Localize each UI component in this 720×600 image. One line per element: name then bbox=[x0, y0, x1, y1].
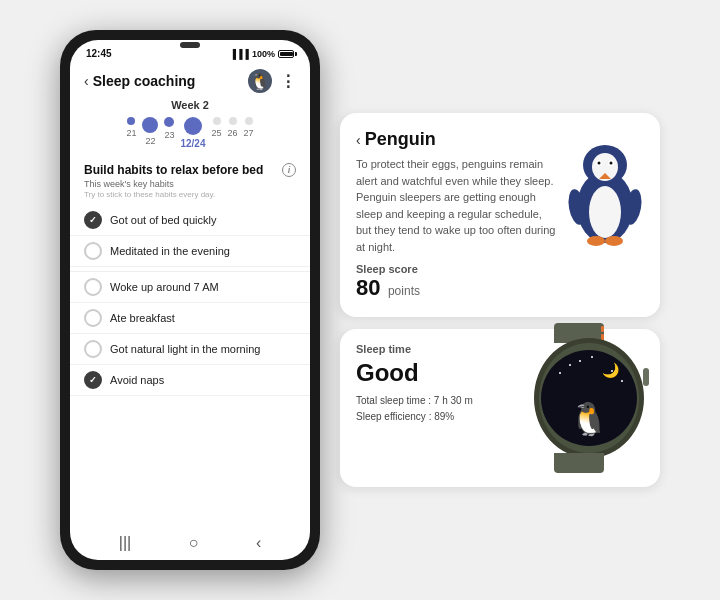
habit-text-2: Meditated in the evening bbox=[110, 245, 230, 257]
watch-crown-button[interactable] bbox=[643, 368, 649, 386]
day-dot-23 bbox=[164, 117, 174, 127]
penguin-svg bbox=[560, 127, 650, 247]
avatar: 🐧 bbox=[248, 69, 272, 93]
section-header: Build habits to relax before bed i bbox=[70, 157, 310, 179]
moon-icon: 🌙 bbox=[602, 362, 619, 378]
habit-text-5: Got natural light in the morning bbox=[110, 343, 260, 355]
efficiency-label: Sleep efficiency : bbox=[356, 411, 431, 422]
phone-device: 12:45 ▐▐▐ 100% ‹ Sleep coaching 🐧 ⋮ bbox=[60, 30, 320, 570]
cards-area: ‹ Penguin To protect their eggs, penguin… bbox=[340, 113, 660, 487]
habits-list: Got out of bed quickly Meditated in the … bbox=[70, 205, 310, 526]
habit-check-2[interactable] bbox=[84, 242, 102, 260]
sleep-detail: Total sleep time : 7 h 30 m Sleep effici… bbox=[356, 393, 524, 425]
day-26[interactable]: 26 bbox=[228, 117, 238, 149]
day-21[interactable]: 21 bbox=[126, 117, 136, 149]
svg-point-11 bbox=[587, 236, 605, 246]
score-row: 80 points bbox=[356, 275, 644, 301]
penguin-illustration-area bbox=[560, 127, 650, 247]
bottom-nav: ||| ○ ‹ bbox=[70, 526, 310, 560]
day-24[interactable]: 12/24 bbox=[180, 117, 205, 149]
section-hint: Try to stick to these habits every day. bbox=[70, 190, 310, 205]
week-days: 21 22 23 12/24 25 bbox=[70, 117, 310, 157]
day-number-24: 12/24 bbox=[180, 138, 205, 149]
total-label: Total sleep time : bbox=[356, 395, 431, 406]
habit-check-4[interactable] bbox=[84, 309, 102, 327]
score-unit: points bbox=[388, 284, 420, 298]
day-25[interactable]: 25 bbox=[212, 117, 222, 149]
total-value: 7 h 30 m bbox=[434, 395, 473, 406]
watch-illustration: 🌙 🐧 bbox=[524, 323, 654, 473]
watch-penguin-icon: 🐧 bbox=[569, 400, 609, 438]
habit-text-3: Woke up around 7 AM bbox=[110, 281, 219, 293]
day-27[interactable]: 27 bbox=[244, 117, 254, 149]
nav-back-icon[interactable]: ‹ bbox=[256, 534, 261, 552]
status-time: 12:45 bbox=[86, 48, 112, 59]
app-header-left: ‹ Sleep coaching bbox=[84, 73, 195, 89]
sleep-info: Sleep time Good Total sleep time : 7 h 3… bbox=[356, 343, 524, 425]
phone-screen: 12:45 ▐▐▐ 100% ‹ Sleep coaching 🐧 ⋮ bbox=[70, 40, 310, 560]
svg-point-6 bbox=[598, 162, 601, 165]
app-header-right: 🐧 ⋮ bbox=[248, 69, 296, 93]
habit-text-6: Avoid naps bbox=[110, 374, 164, 386]
habit-item-3[interactable]: Woke up around 7 AM bbox=[70, 271, 310, 303]
habit-text-4: Ate breakfast bbox=[110, 312, 175, 324]
habit-item-5[interactable]: Got natural light in the morning bbox=[70, 334, 310, 365]
section-subtitle: This week's key habits bbox=[70, 179, 310, 190]
habit-text-1: Got out of bed quickly bbox=[110, 214, 216, 226]
day-dot-27 bbox=[245, 117, 253, 125]
habit-check-5[interactable] bbox=[84, 340, 102, 358]
week-label: Week 2 bbox=[70, 97, 310, 117]
day-number-21: 21 bbox=[126, 128, 136, 138]
battery-text: 100% bbox=[252, 49, 275, 59]
day-23[interactable]: 23 bbox=[164, 117, 174, 149]
nav-home-icon[interactable]: ○ bbox=[189, 534, 199, 552]
svg-point-1 bbox=[589, 186, 621, 238]
day-dot-22 bbox=[142, 117, 158, 133]
card-back-button[interactable]: ‹ bbox=[356, 132, 361, 148]
card-description: To protect their eggs, penguins remain a… bbox=[356, 156, 556, 255]
habit-item-1[interactable]: Got out of bed quickly bbox=[70, 205, 310, 236]
day-dot-24 bbox=[184, 117, 202, 135]
nav-recent-icon[interactable]: ||| bbox=[119, 534, 131, 552]
back-button[interactable]: ‹ bbox=[84, 73, 89, 89]
habit-item-6[interactable]: Avoid naps bbox=[70, 365, 310, 396]
day-number-26: 26 bbox=[228, 128, 238, 138]
more-menu-icon[interactable]: ⋮ bbox=[280, 72, 296, 91]
habit-item-2[interactable]: Meditated in the evening bbox=[70, 236, 310, 267]
day-number-23: 23 bbox=[164, 130, 174, 140]
app-title: Sleep coaching bbox=[93, 73, 196, 89]
day-dot-26 bbox=[229, 117, 237, 125]
watch-screen: 🌙 🐧 bbox=[541, 350, 637, 446]
score-section: Sleep score 80 points bbox=[356, 263, 644, 301]
app-header: ‹ Sleep coaching 🐧 ⋮ bbox=[70, 63, 310, 97]
efficiency-value: 89% bbox=[434, 411, 454, 422]
watch-body: 🌙 🐧 bbox=[534, 338, 644, 458]
section-title: Build habits to relax before bed bbox=[84, 163, 263, 177]
signal-bars: ▐▐▐ bbox=[230, 49, 249, 59]
day-dot-25 bbox=[213, 117, 221, 125]
day-number-25: 25 bbox=[212, 128, 222, 138]
status-right: ▐▐▐ 100% bbox=[230, 49, 294, 59]
phone-notch bbox=[180, 42, 200, 48]
watch-band-bottom bbox=[554, 453, 604, 473]
phone-body: 12:45 ▐▐▐ 100% ‹ Sleep coaching 🐧 ⋮ bbox=[60, 30, 320, 570]
habit-item-4[interactable]: Ate breakfast bbox=[70, 303, 310, 334]
day-dot-21 bbox=[127, 117, 135, 125]
sleep-label: Sleep time bbox=[356, 343, 524, 355]
score-label: Sleep score bbox=[356, 263, 644, 275]
habit-check-1[interactable] bbox=[84, 211, 102, 229]
svg-point-8 bbox=[610, 162, 613, 165]
day-number-27: 27 bbox=[244, 128, 254, 138]
penguin-card: ‹ Penguin To protect their eggs, penguin… bbox=[340, 113, 660, 317]
day-number-22: 22 bbox=[145, 136, 155, 146]
score-value: 80 bbox=[356, 275, 380, 300]
card-title: Penguin bbox=[365, 129, 436, 150]
battery-icon bbox=[278, 50, 294, 58]
sleep-card: Sleep time Good Total sleep time : 7 h 3… bbox=[340, 329, 660, 487]
info-icon[interactable]: i bbox=[282, 163, 296, 177]
habit-check-6[interactable] bbox=[84, 371, 102, 389]
habit-check-3[interactable] bbox=[84, 278, 102, 296]
svg-point-12 bbox=[605, 236, 623, 246]
day-22[interactable]: 22 bbox=[142, 117, 158, 149]
sleep-quality: Good bbox=[356, 359, 524, 387]
